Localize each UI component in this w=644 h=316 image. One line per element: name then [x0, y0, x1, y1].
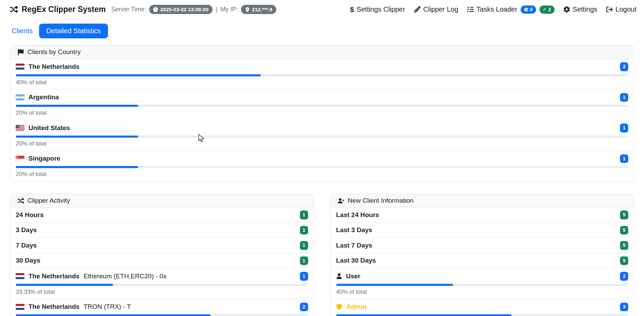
user-plus-icon: [338, 198, 344, 204]
tab-clients[interactable]: Clients: [10, 24, 34, 38]
country-name: The Netherlands: [28, 63, 80, 71]
coin-label: Ethereum (ETH,ERC20) - 0x: [84, 273, 167, 280]
clients-by-country-header: Clients by Country: [10, 46, 634, 59]
flag-singapore-icon: [16, 156, 24, 162]
count-badge: 1: [300, 226, 308, 235]
logout-link[interactable]: Logout: [606, 5, 636, 13]
progress-fill: [16, 314, 210, 316]
activity-row-3-days: 3 Days 1: [10, 223, 314, 238]
period-label: 3 Days: [16, 226, 37, 234]
progress-fill: [336, 284, 453, 286]
view-tabs: Clients Detailed Statistics: [0, 18, 644, 38]
percent-label: 20% of total: [16, 171, 628, 178]
my-ip-label: My IP:: [220, 6, 238, 13]
app-title: RegEx Clipper System: [22, 5, 106, 14]
coin-label: TRON (TRX) - T: [84, 303, 131, 311]
progress-fill: [16, 74, 261, 76]
progress-track: [16, 166, 628, 168]
count-badge: 1: [300, 272, 308, 281]
clipper-log-label: Clipper Log: [423, 5, 458, 13]
clients-row-last-7-days: Last 7 Days 5: [331, 238, 634, 253]
progress-track: [16, 314, 308, 316]
flag-netherlands-icon: [16, 304, 24, 310]
progress-fill: [336, 314, 512, 316]
progress-track: [16, 136, 628, 138]
count-badge: 2: [620, 62, 628, 71]
tab-detailed-statistics[interactable]: Detailed Statistics: [39, 24, 108, 38]
shuffle-icon: [10, 5, 18, 13]
period-label: 30 Days: [16, 257, 40, 264]
clients-row-last-24-hours: Last 24 Hours 5: [331, 207, 634, 223]
progress-fill: [16, 105, 138, 107]
server-time-badge: 2025-03-02 13:09:00: [149, 5, 212, 14]
card-title: Clients by Country: [27, 48, 81, 56]
settings-clipper-link[interactable]: $ Settings Clipper: [350, 5, 405, 13]
tasks-done-badge: ✓ 2: [539, 5, 555, 14]
country-name: The Netherlands: [28, 303, 80, 311]
count-badge: 3: [620, 303, 628, 312]
count-badge: 5: [620, 211, 628, 219]
progress-track: [16, 105, 628, 107]
progress-track: [16, 74, 628, 76]
period-label: 24 Hours: [16, 211, 44, 219]
activity-coin-row-ethereum: The Netherlands Ethereum (ETH,ERC20) - 0…: [10, 268, 314, 299]
activity-coin-row-tron: The Netherlands TRON (TRX) - T 2 66.67% …: [10, 299, 314, 316]
period-label: Last 3 Days: [336, 226, 373, 234]
percent-label: 20% of total: [16, 140, 628, 147]
user-icon: [336, 273, 342, 279]
flag-netherlands-icon: [16, 64, 24, 69]
period-label: Last 24 Hours: [336, 211, 379, 219]
logout-label: Logout: [616, 5, 636, 13]
flag-icon: [17, 49, 24, 55]
server-time-label: Server Time:: [111, 6, 146, 13]
country-name: The Netherlands: [28, 273, 80, 280]
period-label: Last 30 Days: [336, 257, 376, 264]
country-name: United States: [28, 124, 70, 132]
role-row-admin: Admin 3 60% of total: [331, 299, 634, 316]
server-info: Server Time: 2025-03-02 13:09:00 | My IP…: [111, 5, 276, 14]
flag-argentina-icon: [16, 94, 24, 100]
clients-by-country-card: Clients by Country The Netherlands 2 40%…: [10, 45, 634, 181]
count-badge: 5: [620, 226, 628, 235]
shuffle-icon: [17, 198, 24, 204]
count-badge: 1: [620, 124, 628, 132]
top-navbar: RegEx Clipper System Server Time: 2025-0…: [0, 0, 644, 18]
card-title: Clipper Activity: [27, 197, 70, 204]
gear-icon: [524, 8, 528, 12]
tasks-pending-badge: 0: [521, 5, 536, 14]
country-name: Argentina: [28, 93, 59, 101]
country-name: Singapore: [28, 155, 60, 162]
count-badge: 1: [620, 154, 628, 163]
settings-link[interactable]: Settings: [563, 5, 597, 13]
role-label: User: [346, 273, 361, 280]
flag-united-states-icon: [16, 125, 24, 131]
check-icon: ✓: [543, 7, 547, 12]
card-title: New Client Information: [348, 197, 414, 204]
role-label: Admin: [347, 303, 367, 311]
new-client-information-header: New Client Information: [331, 194, 634, 207]
clipper-activity-header: Clipper Activity: [10, 194, 314, 207]
my-ip-badge: 212.***.9: [241, 5, 276, 14]
shield-icon: [336, 304, 342, 310]
country-row-argentina: Argentina 1 20% of total: [10, 90, 634, 121]
progress-track: [336, 284, 629, 286]
percent-label: 33.33% of total: [16, 289, 308, 295]
tasks-loader-link[interactable]: Tasks Loader: [467, 5, 517, 13]
activity-row-24-hours: 24 Hours 1: [10, 207, 314, 223]
activity-row-7-days: 7 Days 1: [10, 238, 314, 253]
separator: |: [216, 6, 217, 13]
count-badge: 1: [300, 211, 308, 219]
flag-netherlands-icon: [16, 273, 24, 279]
count-badge: 1: [620, 93, 628, 102]
period-label: Last 7 Days: [336, 242, 373, 249]
clipper-log-link[interactable]: Clipper Log: [414, 5, 458, 13]
country-row-singapore: Singapore 1 20% of total: [10, 151, 634, 181]
navbar-links: $ Settings Clipper Clipper Log Tasks Loa…: [350, 5, 636, 14]
count-badge: 5: [620, 256, 628, 265]
list-check-icon: [467, 6, 474, 13]
percent-label: 40% of total: [336, 289, 629, 295]
percent-label: 20% of total: [16, 110, 628, 116]
count-badge: 1: [300, 256, 308, 265]
clock-icon: [153, 7, 158, 12]
role-row-user: User 2 40% of total: [331, 268, 634, 299]
